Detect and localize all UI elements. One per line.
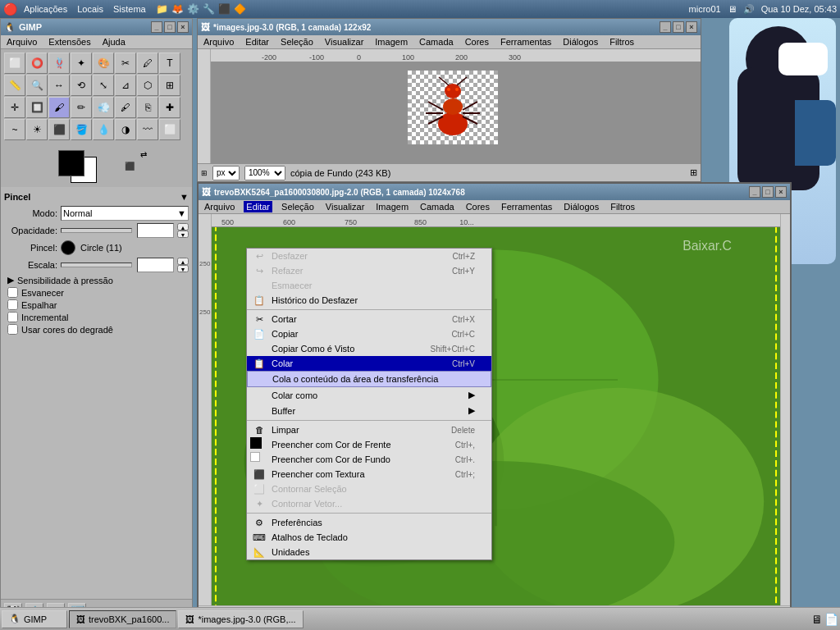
espalhar-checkbox[interactable] xyxy=(7,299,18,310)
menu-item-copiar-visto[interactable]: Copiar Como é Visto Shift+Ctrl+C xyxy=(247,341,491,356)
main-minimize[interactable]: _ xyxy=(749,186,760,198)
img-selecao[interactable]: Seleção xyxy=(278,36,316,48)
menu-item-copiar[interactable]: 📄 Copiar Ctrl+C xyxy=(247,326,491,341)
menu-item-colar[interactable]: 📋 Colar Ctrl+V xyxy=(247,356,491,371)
foreground-color-swatch[interactable] xyxy=(58,150,84,176)
taskbar-images[interactable]: 🖼 *images.jpg-3.0 (RGB,... xyxy=(178,610,303,628)
tool-crop[interactable]: 🔲 xyxy=(26,97,48,118)
menu-item-desfazer[interactable]: ↩ Desfazer Ctrl+Z xyxy=(247,249,491,263)
menu-item-atalhos[interactable]: ⌨ Atalhos de Teclado xyxy=(247,530,491,545)
tool-transform[interactable]: ⟲ xyxy=(71,75,92,96)
sistema-menu[interactable]: Sistema xyxy=(113,4,146,14)
scale-up[interactable]: ▲ xyxy=(177,258,189,265)
opacity-input[interactable]: 100,0 xyxy=(137,223,174,238)
img-arquivo[interactable]: Arquivo xyxy=(201,36,236,48)
esvanecer-checkbox[interactable] xyxy=(7,287,18,298)
degrade-checkbox[interactable] xyxy=(7,324,18,335)
main-filtros[interactable]: Filtros xyxy=(608,201,637,212)
tool-scissors[interactable]: ✂ xyxy=(115,52,136,74)
img-cores[interactable]: Cores xyxy=(463,36,491,48)
menu-item-refazer[interactable]: ↪ Refazer Ctrl+Y xyxy=(247,263,491,278)
img-dialogos[interactable]: Diálogos xyxy=(560,36,600,48)
tool-free-select[interactable]: 🪢 xyxy=(48,52,70,74)
tool-erase[interactable]: ⬛ xyxy=(48,119,70,140)
menu-item-historico[interactable]: 📋 Histórico do Desfazer xyxy=(247,293,491,308)
tool-shear[interactable]: ⊿ xyxy=(115,75,136,96)
tool-smudge[interactable]: ~ xyxy=(4,119,25,140)
mode-dropdown[interactable]: Normal ▼ xyxy=(61,206,189,221)
scale-down[interactable]: ▼ xyxy=(177,265,189,272)
aplicacoes-menu[interactable]: Aplicações xyxy=(24,4,67,14)
extensoes-menu[interactable]: Extensões xyxy=(46,36,93,48)
default-colors-icon[interactable]: ⬛ xyxy=(125,162,135,171)
menu-item-colar-como[interactable]: Colar como ▶ xyxy=(247,387,491,403)
tool-airbrush[interactable]: 💨 xyxy=(93,97,114,118)
tool-dodge[interactable]: ☀ xyxy=(26,119,48,140)
main-imagem[interactable]: Imagem xyxy=(373,201,411,212)
incremental-checkbox[interactable] xyxy=(7,312,18,322)
img-ferramentas[interactable]: Ferramentas xyxy=(498,36,554,48)
tool-heal[interactable]: ✚ xyxy=(159,97,180,118)
images-minimize[interactable]: _ xyxy=(660,21,671,33)
tool-ellipse-select[interactable]: ⭕ xyxy=(26,52,48,74)
ajuda-menu[interactable]: Ajuda xyxy=(100,36,128,48)
main-maximize[interactable]: □ xyxy=(762,186,774,198)
scale-input[interactable]: 1,00 xyxy=(137,258,174,272)
close-button[interactable]: × xyxy=(177,21,189,33)
menu-item-contornar-selecao[interactable]: ⬜ Contornar Seleção xyxy=(247,482,491,496)
menu-item-cortar[interactable]: ✂ Cortar Ctrl+X xyxy=(247,312,491,326)
opacity-up[interactable]: ▲ xyxy=(177,223,189,231)
opacity-down[interactable]: ▼ xyxy=(177,231,189,238)
tool-fill[interactable]: 🪣 xyxy=(71,119,92,140)
tool-blend[interactable]: ◑ xyxy=(115,119,136,140)
tool-color-select[interactable]: 🎨 xyxy=(93,52,114,74)
taskbar-gimp[interactable]: 🐧 GIMP xyxy=(2,610,67,628)
minimize-button[interactable]: _ xyxy=(151,21,162,33)
menu-item-unidades[interactable]: 📐 Unidades xyxy=(247,545,491,559)
tool-zoom[interactable]: 🔍 xyxy=(26,75,48,96)
tool-flip[interactable]: ↔ xyxy=(48,75,70,96)
tool-align[interactable]: ⊞ xyxy=(159,75,180,96)
tool-fuzzy-select[interactable]: ✦ xyxy=(71,52,92,74)
zoom-select[interactable]: 100% xyxy=(244,166,285,180)
img-camada[interactable]: Camada xyxy=(417,36,456,48)
main-close[interactable]: × xyxy=(775,186,787,198)
maximize-button[interactable]: □ xyxy=(164,21,176,33)
img-filtros[interactable]: Filtros xyxy=(607,36,637,48)
brush-panel-toggle[interactable]: ▼ xyxy=(180,192,189,202)
tool-text[interactable]: T xyxy=(159,52,180,74)
img-visualizar[interactable]: Visualizar xyxy=(322,36,367,48)
menu-item-esmaecer[interactable]: Esmaecer xyxy=(247,278,491,293)
main-editar[interactable]: Editar xyxy=(244,201,272,212)
main-arquivo[interactable]: Arquivo xyxy=(202,201,237,212)
images-maximize[interactable]: □ xyxy=(673,21,684,33)
menu-item-limpar[interactable]: 🗑 Limpar Delete xyxy=(247,422,491,437)
menu-item-preencher-fundo[interactable]: Preencher com Cor de Fundo Ctrl+. xyxy=(247,452,491,467)
unit-select[interactable]: px xyxy=(212,166,240,180)
img-imagem[interactable]: Imagem xyxy=(372,36,410,48)
tool-perspective[interactable]: ⬡ xyxy=(137,75,158,96)
resize-grip[interactable]: ⊞ xyxy=(690,167,697,178)
arquivo-menu[interactable]: Arquivo xyxy=(4,36,39,48)
tool-scale[interactable]: ⤡ xyxy=(93,75,114,96)
main-cores[interactable]: Cores xyxy=(463,201,492,212)
tool-paintbrush[interactable]: 🖌 xyxy=(48,97,70,118)
menu-item-contornar-vetor[interactable]: ✦ Contornar Vetor... xyxy=(247,496,491,511)
main-visualizar[interactable]: Visualizar xyxy=(323,201,368,212)
locais-menu[interactable]: Locais xyxy=(77,4,103,14)
tool-warp[interactable]: 〰 xyxy=(137,119,158,140)
menu-item-preencher-frente[interactable]: Preencher com Cor de Frente Ctrl+, xyxy=(247,437,491,452)
main-camada[interactable]: Camada xyxy=(418,201,457,212)
menu-item-preferencias[interactable]: ⚙ Preferências xyxy=(247,515,491,530)
main-ferramentas[interactable]: Ferramentas xyxy=(499,201,555,212)
tool-clone[interactable]: ⎘ xyxy=(137,97,158,118)
tool-rect-select[interactable]: ⬜ xyxy=(4,52,25,74)
menu-item-cola-conteudo[interactable]: Cola o conteúdo da área de transferência xyxy=(247,371,491,387)
tool-color-picker[interactable]: 💧 xyxy=(93,119,114,140)
menu-item-preencher-textura[interactable]: ⬛ Preencher com Textura Ctrl+; xyxy=(247,467,491,482)
img-editar[interactable]: Editar xyxy=(243,36,272,48)
taskbar-trevo[interactable]: 🖼 trevoBXK_pa1600... xyxy=(69,610,176,628)
tool-curves[interactable]: ⬜ xyxy=(159,119,180,140)
tool-pencil[interactable]: ✏ xyxy=(71,97,92,118)
tool-ink[interactable]: 🖋 xyxy=(115,97,136,118)
